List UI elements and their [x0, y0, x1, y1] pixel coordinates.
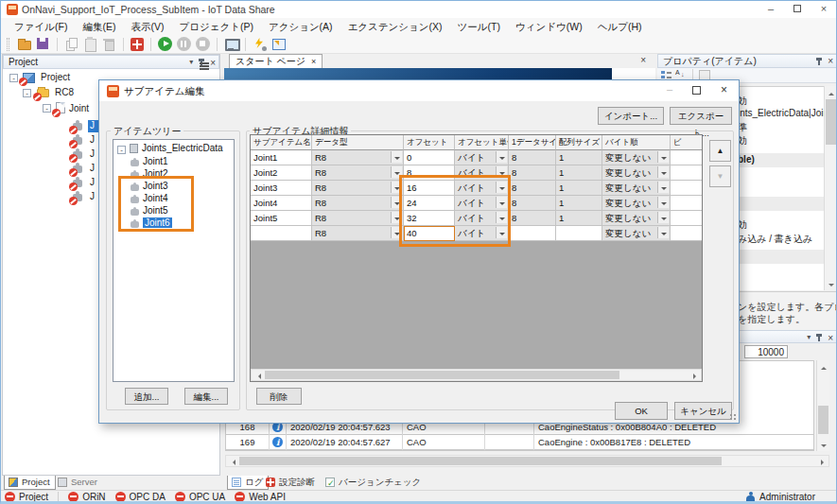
pin-icon[interactable]	[815, 333, 823, 342]
log-row[interactable]: 169 2020/02/19 20:04:57.627 CAO CaoEngin…	[226, 435, 813, 450]
tab-server[interactable]: Server	[54, 476, 102, 490]
start-icon[interactable]	[158, 37, 172, 51]
cell-byteorder[interactable]: 変更しない	[602, 150, 671, 165]
cell-name[interactable]: Joint5	[251, 211, 312, 226]
dropdown-arrow-icon[interactable]	[657, 182, 669, 193]
menu-extension[interactable]: エクステンション(X)	[340, 18, 450, 35]
edit-button[interactable]: 編集...	[184, 388, 228, 405]
cell-byteorder[interactable]: 変更しない	[602, 165, 671, 181]
menu-help[interactable]: ヘルプ(H)	[590, 18, 650, 35]
scroll-down-icon[interactable]	[825, 278, 837, 290]
cell-type[interactable]: R8	[312, 226, 404, 241]
cancel-button[interactable]: キャンセル	[674, 402, 732, 420]
cell-byteorder[interactable]: 変更しない	[602, 226, 671, 241]
expander-joints[interactable]	[43, 104, 51, 113]
save-icon[interactable]	[36, 37, 50, 51]
import-button[interactable]: インポート...	[598, 107, 664, 125]
delete-icon[interactable]	[102, 37, 116, 51]
tree-item-rc8[interactable]: RC8	[55, 87, 74, 97]
cell-name[interactable]: Joint1	[251, 150, 312, 165]
stop-icon[interactable]	[196, 37, 210, 51]
tab-version-check[interactable]: バージョンチェック	[322, 476, 426, 490]
table-horizontal-scrollbar[interactable]	[251, 369, 702, 381]
tab-diagnosis[interactable]: 設定診断	[262, 476, 320, 490]
panel-close-icon[interactable]: ×	[828, 56, 833, 66]
tree-item-joint-4[interactable]: J	[90, 163, 95, 173]
tree-item-joint-6[interactable]: J	[90, 191, 95, 201]
dialog-close-button[interactable]: ×	[721, 83, 727, 96]
scrollbar-thumb[interactable]	[826, 99, 836, 145]
col-header-byteorder[interactable]: バイト順	[602, 135, 671, 150]
cell-name[interactable]: Joint4	[251, 196, 312, 211]
dropdown-arrow-icon[interactable]	[496, 151, 507, 163]
tab-list-icon[interactable]	[200, 61, 209, 70]
panel-menu-icon[interactable]: ▾	[189, 57, 193, 68]
move-up-button[interactable]: ▲	[709, 140, 731, 162]
cell-type[interactable]: R8	[312, 196, 404, 211]
cell-name[interactable]: Joint6	[251, 226, 312, 241]
cell-byteorder[interactable]: 変更しない	[602, 181, 671, 196]
row-count-input[interactable]: 10000	[744, 345, 788, 358]
ok-button[interactable]: OK	[615, 402, 668, 420]
dropdown-arrow-icon[interactable]	[657, 197, 669, 208]
dropdown-arrow-icon[interactable]	[657, 151, 669, 163]
tab-bar-close-icon[interactable]: ×	[640, 55, 646, 65]
cell-type[interactable]: R8	[312, 150, 404, 165]
menu-file[interactable]: ファイル(F)	[7, 18, 75, 35]
dialog-minimize-button[interactable]: –	[667, 83, 672, 95]
menu-view[interactable]: 表示(V)	[123, 18, 171, 35]
menu-window[interactable]: ウィンドウ(W)	[508, 18, 590, 35]
col-header-unit[interactable]: オフセット単位	[455, 135, 509, 150]
dropdown-arrow-icon[interactable]	[657, 227, 669, 238]
menu-action[interactable]: アクション(A)	[261, 18, 340, 35]
col-header-bit[interactable]: ビ	[671, 135, 703, 150]
scroll-up-icon[interactable]	[817, 360, 829, 373]
pause-icon[interactable]	[177, 37, 191, 51]
tree-item-joints[interactable]: Joint	[69, 103, 89, 113]
cell-name[interactable]: Joint2	[251, 165, 312, 181]
dialog-tree-root[interactable]: Joints_ElectricData	[142, 143, 223, 153]
scroll-up-icon[interactable]	[825, 86, 837, 98]
col-header-type[interactable]: データ型	[312, 135, 404, 150]
open-folder-icon[interactable]	[17, 37, 31, 51]
log-vertical-scrollbar[interactable]	[816, 360, 829, 451]
scroll-left-icon[interactable]	[252, 370, 264, 380]
dialog-resize-grip[interactable]	[729, 413, 737, 421]
dialog-tree-joint1[interactable]: Joint1	[143, 156, 168, 166]
maximize-button[interactable]	[785, 1, 810, 17]
cell-unit[interactable]: バイト	[455, 150, 509, 165]
diagnostic-icon[interactable]	[131, 38, 144, 51]
menu-project[interactable]: プロジェクト(P)	[171, 18, 260, 35]
dropdown-arrow-icon[interactable]	[391, 151, 402, 163]
menu-edit[interactable]: 編集(E)	[75, 18, 123, 35]
paste-icon[interactable]	[83, 37, 97, 51]
expander-project[interactable]	[9, 74, 18, 82]
menu-tool[interactable]: ツール(T)	[450, 18, 508, 35]
col-header-array[interactable]: 配列サイズ	[556, 135, 602, 150]
property-grid-scrollbar[interactable]	[824, 86, 837, 290]
scroll-right-icon[interactable]	[689, 370, 701, 380]
export-button[interactable]: エクスポート...	[670, 107, 732, 125]
scrollbar-thumb[interactable]	[265, 371, 619, 379]
cell-byteorder[interactable]: 変更しない	[602, 196, 671, 211]
copy-icon[interactable]	[64, 37, 78, 51]
cell-type[interactable]: R8	[312, 165, 404, 181]
tab-start-page[interactable]: スタート ページ×	[229, 54, 323, 68]
minimize-button[interactable]: –	[759, 1, 783, 17]
monitor-icon[interactable]	[224, 37, 238, 51]
table-row[interactable]: Joint1 R8 0 バイト 8 1 変更しない	[251, 150, 702, 165]
tree-item-project[interactable]: Project	[41, 72, 70, 82]
tree-item-joint-2[interactable]: J	[90, 134, 95, 145]
col-header-offset[interactable]: オフセット	[404, 135, 455, 150]
scroll-down-icon[interactable]	[817, 439, 829, 451]
expander-rc8[interactable]	[23, 89, 31, 97]
col-header-name[interactable]: サブアイテム名	[251, 135, 312, 150]
delete-button[interactable]: 削除	[256, 388, 302, 405]
add-button[interactable]: 追加...	[125, 388, 168, 405]
cell-type[interactable]: R8	[312, 181, 404, 196]
scrollbar-thumb[interactable]	[818, 406, 828, 434]
tab-project[interactable]: Project	[4, 476, 56, 490]
cell-offset[interactable]: 0	[404, 150, 455, 165]
tab-close-icon[interactable]: ×	[311, 57, 316, 66]
export-window-icon[interactable]	[271, 37, 286, 51]
